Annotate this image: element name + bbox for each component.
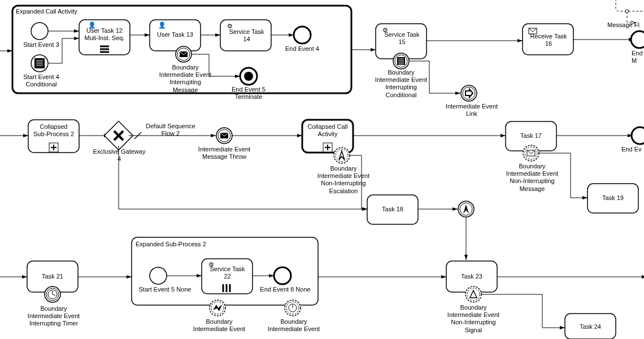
task-18[interactable] [367, 195, 418, 224]
dashed-partial [616, 0, 644, 11]
end-event-4[interactable] [294, 27, 311, 44]
svg-point-9 [244, 72, 253, 81]
end-event-partial[interactable] [632, 127, 644, 144]
boundary-signal-noninterrupting[interactable] [465, 286, 481, 302]
user-task-13[interactable] [150, 20, 201, 51]
gear-icon: ⚙ [382, 27, 388, 33]
task-24[interactable] [565, 314, 616, 339]
gear-icon: ⚙ [208, 261, 214, 268]
end-event-8[interactable] [274, 267, 291, 284]
start-event-3[interactable] [31, 23, 48, 40]
gear-icon: ⚙ [227, 23, 233, 29]
user-icon: 👤 [88, 21, 96, 29]
exclusive-gateway-4[interactable] [105, 121, 133, 150]
start-event-5[interactable] [150, 267, 167, 284]
end-event-m[interactable] [631, 31, 644, 48]
conditional-icon [34, 58, 45, 68]
user-icon: 👤 [158, 21, 166, 29]
task-19[interactable] [588, 184, 638, 213]
